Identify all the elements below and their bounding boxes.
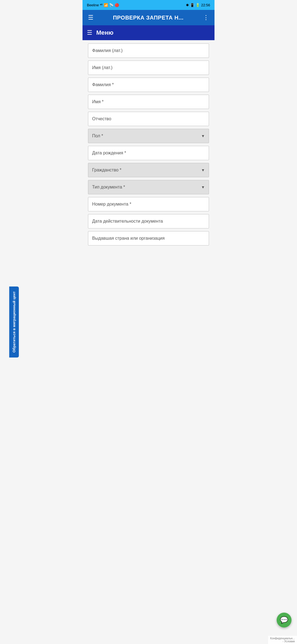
app-bar-title: ПРОВЕРКА ЗАПРЕТА Н...: [95, 15, 202, 21]
more-options-button[interactable]: ⋮: [202, 13, 210, 22]
menu-bar[interactable]: ☰ Меню: [82, 25, 215, 40]
input-patronymic[interactable]: [88, 112, 209, 126]
vibrate-icon: 📳: [190, 3, 194, 7]
input-doc-number[interactable]: [88, 197, 209, 211]
notification-icon: 🔴: [115, 3, 119, 7]
select-label-gender: Пол *: [92, 133, 103, 138]
input-firstname-lat[interactable]: [88, 61, 209, 75]
input-lastname[interactable]: [88, 78, 209, 92]
app-bar: ☰ ПРОВЕРКА ЗАПРЕТА Н... ⋮: [82, 10, 215, 25]
input-issuing-country[interactable]: [88, 231, 209, 245]
select-arrow-doc-type: ▼: [201, 185, 205, 189]
input-firstname[interactable]: [88, 95, 209, 109]
select-gender[interactable]: Пол *▼: [88, 129, 209, 143]
wifi-icon: 📡: [109, 3, 114, 7]
time-display: 22:56: [201, 3, 210, 7]
status-bar-left: Beeline ⁴⁶ 📶 📡 🔴: [87, 3, 119, 7]
bluetooth-icon: ✱: [186, 3, 189, 7]
select-arrow-gender: ▼: [201, 134, 205, 138]
signal-icon: 📶: [104, 3, 108, 7]
status-bar: Beeline ⁴⁶ 📶 📡 🔴 ✱ 📳 🔋 22:56: [82, 0, 215, 10]
network-type: ⁴⁶: [100, 3, 103, 7]
select-label-citizenship: Гражданство *: [92, 168, 122, 173]
carrier-text: Beeline: [87, 3, 99, 7]
select-label-doc-type: Тип документа *: [92, 185, 125, 190]
form-container: Пол *▼Гражданство *▼Тип документа *▼: [82, 40, 215, 249]
hamburger-button[interactable]: ☰: [87, 13, 95, 22]
battery-icon: 🔋: [196, 3, 200, 7]
menu-bar-label: Меню: [96, 29, 114, 36]
input-birthdate[interactable]: [88, 146, 209, 160]
menu-bar-icon: ☰: [87, 30, 92, 36]
select-doc-type[interactable]: Тип документа *▼: [88, 180, 209, 194]
status-bar-right: ✱ 📳 🔋 22:56: [186, 3, 210, 7]
select-arrow-citizenship: ▼: [201, 168, 205, 172]
select-citizenship[interactable]: Гражданство *▼: [88, 163, 209, 177]
input-doc-validity[interactable]: [88, 214, 209, 228]
input-lastname-lat[interactable]: [88, 43, 209, 58]
